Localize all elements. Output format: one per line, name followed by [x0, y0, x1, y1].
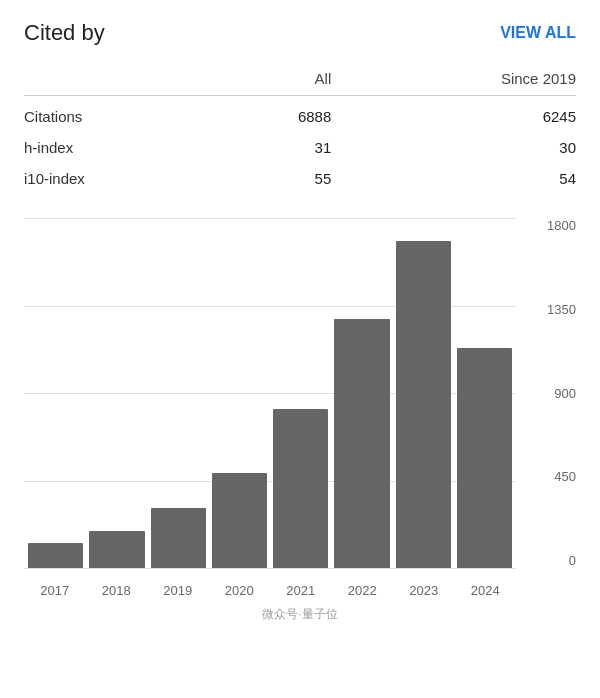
bar-wrap	[457, 218, 512, 568]
stats-table: All Since 2019 Citations 6888 6245 h-ind…	[24, 62, 576, 194]
chart-inner	[24, 218, 516, 568]
bar-wrap	[212, 218, 267, 568]
chart-bar	[457, 348, 512, 568]
table-row: Citations 6888 6245	[24, 96, 576, 133]
x-axis-label: 2023	[393, 583, 455, 598]
stat-all: 31	[222, 132, 331, 163]
stat-label: Citations	[24, 96, 222, 133]
bar-wrap	[28, 218, 83, 568]
stat-all: 55	[222, 163, 331, 194]
stat-since: 30	[331, 132, 576, 163]
y-axis-label: 1800	[547, 218, 576, 233]
bar-wrap	[396, 218, 451, 568]
chart-bar	[273, 409, 328, 568]
col-header-since: Since 2019	[331, 62, 576, 96]
stat-since: 54	[331, 163, 576, 194]
citations-chart: 180013509004500 201720182019202020212022…	[24, 218, 576, 598]
col-header-all: All	[222, 62, 331, 96]
grid-line	[24, 568, 516, 569]
x-axis-label: 2024	[455, 583, 517, 598]
bar-wrap	[273, 218, 328, 568]
stat-label: h-index	[24, 132, 222, 163]
y-axis-label: 1350	[547, 302, 576, 317]
bar-wrap	[89, 218, 144, 568]
stat-label: i10-index	[24, 163, 222, 194]
watermark: 微众号·量子位	[24, 606, 576, 623]
chart-bar	[334, 319, 389, 568]
view-all-button[interactable]: VIEW ALL	[500, 24, 576, 42]
page-title: Cited by	[24, 20, 105, 46]
chart-bar	[151, 508, 206, 568]
chart-bar	[396, 241, 451, 568]
chart-bar	[28, 543, 83, 568]
chart-bar	[212, 473, 267, 568]
stat-all: 6888	[222, 96, 331, 133]
table-row: h-index 31 30	[24, 132, 576, 163]
x-axis-label: 2019	[147, 583, 209, 598]
x-axis-label: 2021	[270, 583, 332, 598]
y-axis-label: 900	[554, 386, 576, 401]
x-axis-label: 2020	[209, 583, 271, 598]
table-row: i10-index 55 54	[24, 163, 576, 194]
y-axis-label: 0	[569, 553, 576, 568]
bar-wrap	[334, 218, 389, 568]
chart-bar	[89, 531, 144, 568]
x-axis-label: 2022	[332, 583, 394, 598]
cited-by-header: Cited by VIEW ALL	[24, 20, 576, 46]
col-header-label	[24, 62, 222, 96]
x-axis-label: 2017	[24, 583, 86, 598]
y-axis: 180013509004500	[521, 218, 576, 568]
bars-container	[24, 218, 516, 568]
bar-wrap	[151, 218, 206, 568]
y-axis-label: 450	[554, 469, 576, 484]
stat-since: 6245	[331, 96, 576, 133]
x-axis-label: 2018	[86, 583, 148, 598]
x-axis: 20172018201920202021202220232024	[24, 570, 516, 598]
